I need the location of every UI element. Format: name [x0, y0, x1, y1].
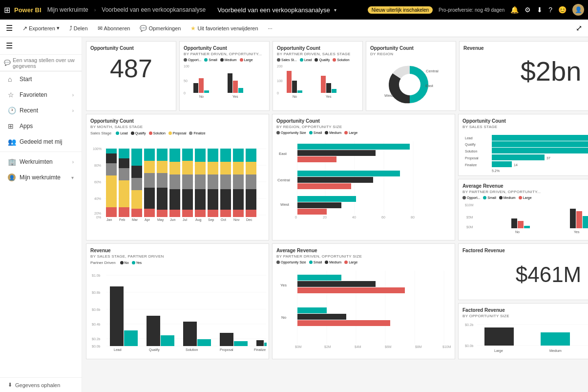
- tile-factored-revenue[interactable]: Factored Revenue $461M: [458, 243, 588, 300]
- svg-text:Finalize: Finalize: [465, 163, 477, 167]
- tile-opp-count[interactable]: Opportunity Count 487: [86, 41, 176, 111]
- tile-opp-region[interactable]: Opportunity Count DY REGION: [366, 41, 456, 111]
- svg-rect-61: [157, 161, 168, 173]
- svg-rect-82: [208, 149, 218, 162]
- svg-rect-73: [195, 210, 206, 217]
- home-icon: ⌂: [8, 75, 16, 83]
- share-button[interactable]: ⤴ Delen: [65, 23, 92, 33]
- toggle-button[interactable]: Nieuw uiterlijk inschakelen: [368, 6, 433, 14]
- svg-text:5.2%: 5.2%: [492, 169, 500, 173]
- tile-revenue-sales[interactable]: Revenue BY SALES STAGE, PARTNER DRIVEN P…: [86, 243, 269, 359]
- powerbi-logo: Power BI: [14, 6, 42, 14]
- more-button[interactable]: ···: [264, 24, 276, 33]
- main-layout: ☰ 💬 Een vraag stellen over uw gegevens ⌂…: [0, 37, 588, 392]
- tile-avg-rev-size[interactable]: Average Revenue BY PARTNER DRIVEN, OPPOR…: [272, 243, 455, 359]
- tile-revenue-value: $2bn: [521, 58, 582, 85]
- svg-rect-39: [106, 175, 117, 207]
- tile-opp-month[interactable]: Opportunity Count BY MONTH, SALES STAGE …: [86, 114, 269, 240]
- tile-factored-rev-size[interactable]: Factored Revenue BY OPPORTUNITY SIZE $0.…: [458, 303, 588, 360]
- svg-rect-212: [541, 332, 570, 346]
- hamburger-icon[interactable]: ☰: [6, 23, 13, 33]
- svg-rect-70: [182, 174, 193, 189]
- tile-opp-region-size[interactable]: Opportunity Count BY REGION, OPPORTUNITY…: [272, 114, 455, 240]
- svg-rect-145: [492, 161, 512, 167]
- sidebar-hamburger[interactable]: ☰: [6, 41, 13, 50]
- tile-opp-partner-title: Opportunity Count: [184, 45, 265, 51]
- tile-opp-stage-title: Opportunity Count: [462, 118, 588, 124]
- tile-revenue-sales-legend: Partner Driven No Yes: [90, 261, 265, 265]
- svg-rect-90: [233, 174, 244, 189]
- svg-rect-42: [106, 149, 117, 153]
- comments-button[interactable]: 💬 Opmerkingen: [136, 23, 185, 33]
- chart-avg-rev-size: $0M $2M $4M $6M $8M $10M Yes: [276, 266, 455, 351]
- grid-icon[interactable]: ⊞: [4, 5, 10, 15]
- svg-rect-84: [220, 189, 231, 210]
- topbar-right: Nieuw uiterlijk inschakelen Pro-proefver…: [368, 4, 584, 16]
- sidebar-item-workspaces[interactable]: 🏢 Werkruimten ›: [0, 154, 82, 170]
- tile-opp-month-legend: Sales Stage Lead Qualify Solution Propos…: [90, 131, 265, 135]
- svg-rect-54: [144, 188, 155, 209]
- tile-avg-revenue-legend: Opport... Small Medium Large: [462, 196, 588, 199]
- svg-text:$0M: $0M: [466, 225, 473, 229]
- sidebar-item-favorites[interactable]: ☆ Favorieten ›: [0, 87, 82, 103]
- sidebar-item-my-workspace[interactable]: 👤 Mijn werkruimte ▾: [0, 170, 82, 185]
- svg-text:Solution: Solution: [186, 348, 198, 351]
- svg-text:Feb: Feb: [119, 218, 125, 221]
- sidebar-get-data[interactable]: ⬇ Gegevens ophalen: [0, 377, 82, 392]
- tile-opp-partner-legend: Opport... Small Medium Large: [184, 58, 265, 62]
- tile-avg-revenue-title: Average Revenue: [462, 183, 588, 189]
- chevron-down-icon[interactable]: ▾: [334, 7, 336, 13]
- breadcrumb-report[interactable]: Voorbeeld van een verkoopkansanalyse: [102, 6, 206, 13]
- tile-avg-revenue[interactable]: Average Revenue BY PARTNER DRIVEN, OPPOR…: [458, 179, 588, 241]
- svg-text:80: 80: [411, 216, 415, 219]
- svg-rect-127: [297, 183, 351, 189]
- emoji-icon[interactable]: 😊: [558, 6, 567, 14]
- sidebar-item-apps[interactable]: ⊞ Apps: [0, 118, 82, 134]
- svg-rect-175: [161, 335, 174, 346]
- user-avatar[interactable]: 👤: [572, 4, 584, 16]
- svg-text:Lead: Lead: [114, 348, 122, 351]
- svg-text:60: 60: [381, 216, 385, 219]
- subscribe-button[interactable]: ✉ Abonneren: [94, 23, 134, 33]
- svg-rect-51: [131, 166, 142, 178]
- svg-rect-7: [233, 81, 238, 93]
- dashboard-content: Opportunity Count 487 Opportunity Count …: [82, 37, 588, 392]
- tile-opp-stage[interactable]: Opportunity Count BY SALES STAGE 100% Le…: [458, 114, 588, 176]
- svg-rect-97: [246, 149, 256, 162]
- svg-rect-156: [576, 211, 582, 228]
- export-button[interactable]: ↗ Exporteren ▾: [19, 23, 63, 33]
- sidebar-label-myworkspace: Mijn werkruimte: [20, 174, 67, 181]
- svg-text:Qualify: Qualify: [465, 143, 476, 147]
- question-bar[interactable]: 💬 Een vraag stellen over uw gegevens: [0, 55, 82, 71]
- svg-rect-157: [583, 216, 588, 228]
- download-icon[interactable]: ⬇: [537, 6, 543, 14]
- donut-chart-region: Central East West: [379, 60, 443, 107]
- svg-text:$10M: $10M: [465, 203, 474, 207]
- tile-opp-sales[interactable]: Opportunity Count BY PARTNER DRIVEN, SAL…: [273, 41, 363, 111]
- question-text[interactable]: Een vraag stellen over uw gegevens: [13, 57, 78, 69]
- settings-icon[interactable]: ⚙: [525, 6, 531, 14]
- svg-rect-88: [233, 210, 244, 217]
- sidebar-item-start[interactable]: ⌂ Start: [0, 71, 82, 87]
- tile-opp-sales-legend: Sales St... Lead Qualify Solution: [277, 58, 358, 62]
- tile-opp-partner[interactable]: Opportunity Count BY PARTNER DRIVEN, OPP…: [179, 41, 270, 111]
- svg-rect-15: [292, 81, 297, 93]
- svg-text:$8M: $8M: [415, 345, 422, 348]
- favorites-button[interactable]: ★ Uit favorieten verwijderen: [187, 23, 262, 33]
- svg-rect-153: [518, 221, 524, 228]
- tile-opp-month-title: Opportunity Count: [90, 118, 265, 124]
- svg-text:Qualify: Qualify: [149, 348, 160, 352]
- svg-rect-55: [144, 173, 155, 188]
- tile-revenue[interactable]: Revenue $2bn: [459, 41, 588, 111]
- breadcrumb-workspace[interactable]: Mijn werkruimte: [47, 6, 88, 13]
- svg-rect-19: [332, 89, 336, 93]
- svg-text:Lead: Lead: [465, 136, 473, 140]
- svg-rect-152: [511, 218, 517, 228]
- svg-text:0%: 0%: [96, 216, 101, 219]
- sidebar-item-shared[interactable]: 👥 Gedeeld met mij: [0, 134, 82, 150]
- notification-icon[interactable]: 🔔: [510, 6, 519, 14]
- sidebar-item-recent[interactable]: 🕐 Recent ›: [0, 103, 82, 118]
- fullscreen-icon[interactable]: ⤢: [576, 23, 582, 33]
- help-icon[interactable]: ?: [548, 6, 552, 14]
- report-title-main[interactable]: Voorbeeld van een verkoopkansanalyse: [217, 6, 330, 14]
